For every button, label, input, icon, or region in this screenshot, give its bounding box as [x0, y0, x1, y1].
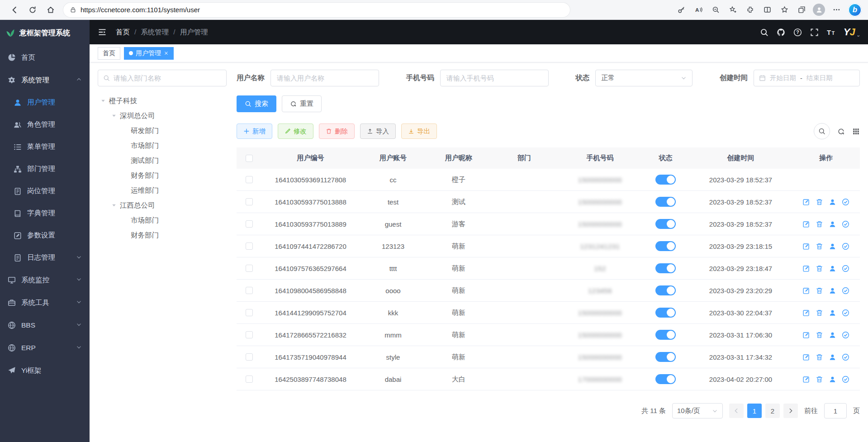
- profile-avatar[interactable]: [813, 4, 825, 16]
- row-edit-button[interactable]: [802, 353, 810, 361]
- row-approve-button[interactable]: [842, 198, 849, 206]
- tree-node[interactable]: 研发部门: [98, 124, 227, 138]
- row-checkbox[interactable]: [246, 242, 253, 250]
- app-logo[interactable]: 意框架管理系统: [0, 20, 90, 46]
- row-user-button[interactable]: [829, 198, 836, 206]
- search-icon[interactable]: [760, 28, 768, 37]
- row-checkbox[interactable]: [246, 176, 253, 183]
- sidebar-item-bbs[interactable]: BBS: [0, 314, 90, 337]
- sidebar-item-system-monitor[interactable]: 系统监控: [0, 269, 90, 291]
- sidebar-item-dict-management[interactable]: 字典管理: [0, 202, 90, 224]
- delete-button[interactable]: 删除: [319, 124, 355, 139]
- reset-button[interactable]: 重置: [282, 95, 322, 112]
- row-edit-button[interactable]: [802, 287, 810, 295]
- page-button-2[interactable]: 2: [765, 404, 780, 418]
- split-screen-button[interactable]: [759, 2, 775, 18]
- help-icon[interactable]: ?: [793, 28, 802, 37]
- fullscreen-icon[interactable]: [810, 28, 819, 37]
- row-delete-button[interactable]: [816, 198, 823, 206]
- row-delete-button[interactable]: [816, 220, 823, 228]
- page-size-select[interactable]: 10条/页: [672, 403, 723, 418]
- read-aloud-button[interactable]: A: [690, 2, 707, 18]
- status-toggle[interactable]: [655, 197, 676, 207]
- row-edit-button[interactable]: [802, 242, 810, 250]
- date-range-picker[interactable]: 开始日期 - 结束日期: [754, 70, 860, 86]
- row-approve-button[interactable]: [842, 265, 849, 272]
- row-user-button[interactable]: [829, 353, 836, 361]
- collections-button[interactable]: [793, 2, 810, 18]
- table-search-button[interactable]: [814, 123, 830, 139]
- sidebar-item-erp[interactable]: ERP: [0, 337, 90, 359]
- sidebar-item-home[interactable]: 首页: [0, 46, 90, 69]
- row-approve-button[interactable]: [842, 287, 849, 295]
- github-icon[interactable]: [777, 28, 785, 37]
- row-user-button[interactable]: [829, 287, 836, 295]
- page-button-1[interactable]: 1: [747, 404, 762, 418]
- home-button[interactable]: [43, 2, 59, 18]
- breadcrumb-item[interactable]: 系统管理: [141, 28, 169, 37]
- row-user-button[interactable]: [829, 375, 836, 383]
- extensions-button[interactable]: [742, 2, 758, 18]
- close-icon[interactable]: [164, 51, 169, 56]
- row-checkbox[interactable]: [246, 331, 253, 338]
- sidebar-item-param-settings[interactable]: 参数设置: [0, 224, 90, 247]
- status-toggle[interactable]: [655, 352, 676, 362]
- row-delete-button[interactable]: [816, 331, 823, 339]
- brand-logo[interactable]: YJ⌄: [844, 26, 860, 38]
- tree-node[interactable]: 橙子科技: [98, 94, 227, 109]
- row-checkbox[interactable]: [246, 287, 253, 294]
- tab-item[interactable]: 首页: [98, 47, 120, 60]
- next-page-button[interactable]: [783, 404, 798, 418]
- row-approve-button[interactable]: [842, 309, 849, 317]
- row-user-button[interactable]: [829, 220, 836, 228]
- row-user-button[interactable]: [829, 265, 836, 272]
- row-user-button[interactable]: [829, 331, 836, 339]
- favorite-add-button[interactable]: [725, 2, 741, 18]
- sidebar-fold-icon[interactable]: [98, 28, 107, 37]
- sidebar-item-menu-management[interactable]: 菜单管理: [0, 136, 90, 158]
- sidebar-item-log-management[interactable]: 日志管理: [0, 247, 90, 269]
- tree-node[interactable]: 财务部门: [98, 168, 227, 183]
- status-toggle[interactable]: [655, 263, 676, 273]
- row-edit-button[interactable]: [802, 265, 810, 272]
- url-bar[interactable]: https://ccnetcore.com:1101/system/user: [63, 3, 570, 17]
- reload-button[interactable]: [24, 2, 41, 18]
- row-approve-button[interactable]: [842, 331, 849, 339]
- goto-page-input[interactable]: [824, 403, 847, 418]
- row-user-button[interactable]: [829, 242, 836, 250]
- tree-node[interactable]: 运维部门: [98, 183, 227, 198]
- row-approve-button[interactable]: [842, 220, 849, 228]
- sidebar-item-yi-framework[interactable]: Yi框架: [0, 359, 90, 382]
- row-delete-button[interactable]: [816, 242, 823, 250]
- username-input[interactable]: [270, 70, 379, 86]
- more-button[interactable]: [828, 2, 844, 18]
- font-size-icon[interactable]: TT: [827, 28, 835, 37]
- row-edit-button[interactable]: [802, 220, 810, 228]
- row-checkbox[interactable]: [246, 220, 253, 228]
- row-checkbox[interactable]: [246, 309, 253, 316]
- status-toggle[interactable]: [655, 308, 676, 318]
- prev-page-button[interactable]: [729, 404, 744, 418]
- row-user-button[interactable]: [829, 309, 836, 317]
- row-checkbox[interactable]: [246, 375, 253, 383]
- tree-node[interactable]: 测试部门: [98, 153, 227, 168]
- row-delete-button[interactable]: [816, 265, 823, 272]
- tab-active[interactable]: 用户管理: [124, 47, 174, 60]
- search-button[interactable]: 搜索: [237, 95, 276, 112]
- status-toggle[interactable]: [655, 285, 676, 295]
- sidebar-item-role-management[interactable]: 角色管理: [0, 114, 90, 136]
- phone-input[interactable]: [440, 70, 549, 86]
- row-edit-button[interactable]: [802, 375, 810, 383]
- row-approve-button[interactable]: [842, 375, 849, 383]
- dept-search-input[interactable]: [114, 74, 221, 82]
- row-approve-button[interactable]: [842, 242, 849, 250]
- row-delete-button[interactable]: [816, 287, 823, 295]
- select-all-checkbox[interactable]: [246, 155, 253, 162]
- row-checkbox[interactable]: [246, 265, 253, 272]
- status-toggle[interactable]: [655, 330, 676, 340]
- row-checkbox[interactable]: [246, 353, 253, 361]
- modify-button[interactable]: 修改: [278, 124, 313, 139]
- breadcrumb-item[interactable]: 首页: [116, 28, 130, 37]
- status-toggle[interactable]: [655, 374, 676, 384]
- zoom-button[interactable]: [707, 2, 724, 18]
